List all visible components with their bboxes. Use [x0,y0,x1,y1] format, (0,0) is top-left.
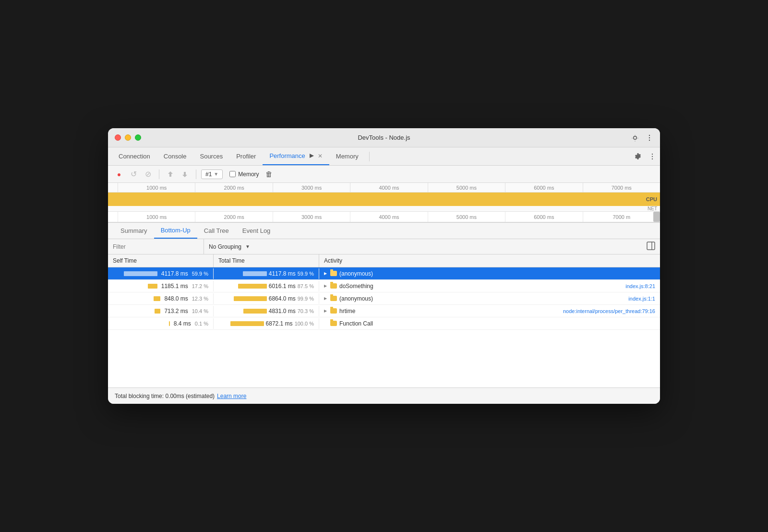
header-total-time: Total Time [214,254,319,267]
table-row[interactable]: 4117.8 ms 59.9 % 4117.8 ms 59.9 % ▶ (ano… [108,267,660,280]
ruler-tick-1: 1000 ms [118,183,195,192]
grouping-select[interactable]: No Grouping ▼ [204,242,647,252]
tab-console[interactable]: Console [157,147,193,165]
svg-point-2 [649,139,650,140]
cell-total-time-3: 4831.0 ms 70.3 % [214,306,319,316]
activity-name-4: Function Call [339,320,373,327]
total-time-ms-3: 4831.0 ms [269,308,296,314]
maximize-button[interactable] [135,134,141,141]
svg-point-0 [649,134,650,135]
activity-link-3[interactable]: node:internal/process/per_thread:79:16 [563,308,655,314]
filter-input[interactable] [108,239,204,254]
cell-total-time-4: 6872.1 ms 100.0 % [214,318,319,329]
ruler2-tick-2: 2000 ms [195,212,272,222]
ruler2-tick-1: 1000 ms [118,212,195,222]
record-button[interactable]: ● [113,168,125,181]
expand-arrow-2[interactable]: ▶ [324,296,327,301]
table-row[interactable]: 713.2 ms 10.4 % 4831.0 ms 70.3 % ▶ hrtim… [108,305,660,317]
minimize-button[interactable] [125,134,131,141]
clear-button[interactable]: ⊘ [142,168,154,181]
tab-summary[interactable]: Summary [114,223,154,239]
self-time-bar-0 [124,271,157,276]
total-time-pct-4: 100.0 % [295,321,314,326]
traffic-lights [115,134,141,141]
cell-self-time-0: 4117.8 ms 59.9 % [108,268,214,279]
table-row[interactable]: 1185.1 ms 17.2 % 6016.1 ms 87.5 % ▶ doSo… [108,280,660,292]
tab-call-tree[interactable]: Call Tree [197,223,236,239]
data-table: Self Time Total Time Activity 4117.8 ms … [108,254,660,387]
window-title: DevTools - Node.js [358,134,410,141]
refresh-button[interactable]: ↺ [127,168,140,181]
activity-name-3: hrtime [339,308,355,314]
tab-profiler[interactable]: Profiler [229,147,263,165]
settings-icon[interactable] [631,134,639,142]
table-header: Self Time Total Time Activity [108,254,660,267]
self-time-bar-2 [154,296,160,301]
toolbar-divider-1 [159,169,159,179]
more-options-icon[interactable] [648,153,656,160]
self-time-ms-3: 713.2 ms [164,308,188,314]
close-tab-icon[interactable]: ✕ [318,153,323,159]
expand-arrow-3[interactable]: ▶ [324,309,327,313]
self-time-bar-1 [148,284,157,289]
svg-point-4 [652,153,653,154]
filter-row: No Grouping ▼ [108,239,660,254]
self-time-pct-1: 17.2 % [192,283,208,289]
folder-icon-2 [330,296,337,301]
upload-button[interactable] [164,168,177,181]
expand-arrow-1[interactable]: ▶ [324,284,327,288]
tab-event-log[interactable]: Event Log [236,223,277,239]
menu-icon[interactable] [646,134,653,142]
activity-link-1[interactable]: index.js:8:21 [625,283,655,289]
activity-link-2[interactable]: index.js:1:1 [628,296,655,302]
ruler-tick-3: 3000 ms [273,183,350,192]
cell-activity-3: ▶ hrtime node:internal/process/per_threa… [319,306,660,316]
cell-self-time-2: 848.0 ms 12.3 % [108,293,214,304]
dropdown-arrow-icon: ▼ [214,171,218,177]
self-time-pct-2: 12.3 % [192,296,208,302]
timeline-ruler-top: 1000 ms 2000 ms 3000 ms 4000 ms 5000 ms … [108,183,660,193]
self-time-ms-4: 8.4 ms [174,320,191,327]
download-button[interactable] [179,168,191,181]
ruler-tick-0 [108,183,118,192]
self-time-bar-4 [169,321,170,326]
total-time-ms-2: 6864.0 ms [269,295,296,302]
table-row[interactable]: 8.4 ms 0.1 % 6872.1 ms 100.0 % ▶ Functio… [108,317,660,330]
cell-self-time-1: 1185.1 ms 17.2 % [108,281,214,291]
self-time-pct-3: 10.4 % [192,308,208,314]
timeline-ruler-bottom: 1000 ms 2000 ms 3000 ms 4000 ms 5000 ms … [108,212,660,222]
scroll-handle[interactable] [653,212,660,222]
memory-checkbox-input[interactable] [229,171,236,177]
learn-more-link[interactable]: Learn more [217,393,246,399]
total-time-ms-0: 4117.8 ms [269,270,296,277]
tab-sources[interactable]: Sources [193,147,229,165]
grouping-arrow-icon: ▼ [245,244,250,249]
settings-tab-icon[interactable] [634,153,642,160]
ruler-tick-6: 6000 ms [505,183,582,192]
cell-total-time-1: 6016.1 ms 87.5 % [214,281,319,291]
net-bar: NET [108,206,660,212]
profile-selector[interactable]: #1 ▼ [201,169,223,179]
devtools-window: DevTools - Node.js Connection Console So… [108,128,660,404]
svg-rect-7 [647,242,655,250]
tab-performance[interactable]: Performance ✕ [263,147,329,165]
tab-bottom-up[interactable]: Bottom-Up [154,223,197,239]
cell-activity-2: ▶ (anonymous) index.js:1:1 [319,293,660,304]
total-time-pct-0: 59.9 % [298,271,314,277]
sidebar-toggle-button[interactable] [647,242,660,252]
cpu-bar: CPU [108,193,660,206]
memory-checkbox[interactable]: Memory [229,171,259,178]
expand-arrow-0[interactable]: ▶ [324,271,327,276]
cell-self-time-4: 8.4 ms 0.1 % [108,318,214,329]
titlebar-icons [631,134,653,142]
cell-activity-4: ▶ Function Call [319,318,660,329]
close-button[interactable] [115,134,121,141]
self-time-pct-0: 59.9 % [192,271,208,277]
delete-button[interactable]: 🗑 [263,168,276,181]
ruler2-tick-6: 6000 ms [505,212,582,222]
tab-memory[interactable]: Memory [329,147,365,165]
total-time-ms-1: 6016.1 ms [269,283,296,290]
tab-connection[interactable]: Connection [112,147,157,165]
timeline-container: 1000 ms 2000 ms 3000 ms 4000 ms 5000 ms … [108,183,660,223]
table-row[interactable]: 848.0 ms 12.3 % 6864.0 ms 99.9 % ▶ (anon… [108,292,660,305]
